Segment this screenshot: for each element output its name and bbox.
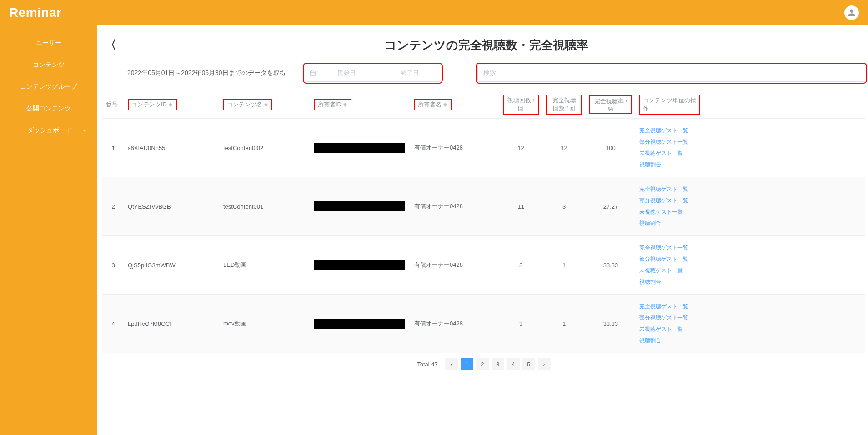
th-owner-id[interactable]: 所有者ID — [311, 99, 411, 110]
redacted-block — [314, 201, 405, 211]
link-view-ratio[interactable]: 視聴割合 — [639, 161, 700, 169]
pagination-page[interactable]: 2 — [476, 358, 489, 370]
th-views[interactable]: 視聴回数 / 回 — [499, 95, 542, 115]
cell-complete-views: 12 — [542, 145, 586, 151]
cell-operations: 完全視聴ゲスト一覧 部分視聴ゲスト一覧 未視聴ゲスト一覧 視聴割合 — [636, 244, 704, 286]
sort-icon — [169, 103, 173, 107]
cell-content-id: s6XIAU0Nn55L — [124, 145, 220, 151]
link-view-ratio[interactable]: 視聴割合 — [639, 337, 700, 345]
logo: Reminar — [9, 5, 62, 20]
link-full-view-guests[interactable]: 完全視聴ゲスト一覧 — [639, 244, 700, 252]
sidebar-item-content-groups[interactable]: コンテンツグループ — [0, 76, 97, 98]
th-content-name[interactable]: コンテンツ名 — [220, 99, 311, 110]
sidebar-item-label: ダッシュボード — [27, 126, 72, 135]
pagination: Total 47 ‹ 12345 › — [102, 353, 865, 372]
cell-owner-id — [311, 201, 411, 211]
cell-views: 12 — [499, 145, 542, 151]
cell-views: 3 — [499, 262, 542, 269]
cell-operations: 完全視聴ゲスト一覧 部分視聴ゲスト一覧 未視聴ゲスト一覧 視聴割合 — [636, 127, 704, 169]
sidebar: ユーザー コンテンツ コンテンツグループ 公開コンテンツ ダッシュボード — [0, 25, 97, 435]
redacted-block — [314, 319, 405, 329]
content-table: 番号 コンテンツID コンテンツ名 所有者ID 所有者名 視聴回数 / 回 完全… — [102, 91, 865, 353]
sort-icon — [343, 103, 348, 107]
cell-complete-views: 3 — [542, 203, 586, 210]
pagination-page[interactable]: 4 — [507, 358, 520, 370]
sidebar-item-public-contents[interactable]: 公開コンテンツ — [0, 98, 97, 120]
cell-content-name: LED動画 — [220, 261, 311, 269]
link-full-view-guests[interactable]: 完全視聴ゲスト一覧 — [639, 185, 700, 193]
page-title: コンテンツの完全視聴数・完全視聴率 — [126, 37, 847, 53]
sidebar-item-label: コンテンツグループ — [20, 83, 77, 91]
cell-content-id: QjS5p4G3mWBW — [124, 262, 220, 269]
cell-content-name: testContent001 — [220, 203, 311, 210]
cell-owner-name: 有償オーナー0428 — [411, 202, 499, 210]
search-input[interactable]: 検索 — [477, 65, 865, 82]
cell-complete-rate: 33.33 — [586, 262, 636, 269]
th-label: 完全視聴率 / % — [593, 97, 628, 112]
link-no-view-guests[interactable]: 未視聴ゲスト一覧 — [639, 150, 700, 157]
calendar-icon — [310, 70, 316, 76]
avatar[interactable] — [844, 5, 859, 20]
pagination-next[interactable]: › — [538, 358, 551, 370]
sidebar-item-users[interactable]: ユーザー — [0, 32, 97, 54]
sidebar-item-contents[interactable]: コンテンツ — [0, 54, 97, 76]
th-label: コンテンツ単位の操作 — [643, 96, 697, 113]
link-partial-view-guests[interactable]: 部分視聴ゲスト一覧 — [639, 197, 700, 205]
user-icon — [848, 9, 856, 17]
cell-content-id: Lp8HvO7M8OCF — [124, 320, 220, 327]
link-partial-view-guests[interactable]: 部分視聴ゲスト一覧 — [639, 138, 700, 146]
cell-content-name: mov動画 — [220, 320, 311, 328]
th-label: 視聴回数 / 回 — [507, 96, 535, 113]
sidebar-item-label: ユーザー — [36, 39, 61, 47]
redacted-block — [314, 260, 405, 270]
link-partial-view-guests[interactable]: 部分視聴ゲスト一覧 — [639, 255, 700, 263]
th-label: コンテンツID — [131, 100, 167, 109]
cell-owner-name: 有償オーナー0428 — [411, 320, 499, 328]
cell-complete-views: 1 — [542, 320, 586, 327]
th-label: コンテンツ名 — [227, 100, 262, 109]
th-index: 番号 — [102, 100, 124, 109]
th-label: 所有者名 — [418, 100, 442, 109]
th-label: 所有者ID — [318, 100, 341, 109]
cell-complete-rate: 33.33 — [586, 320, 636, 327]
th-content-id[interactable]: コンテンツID — [124, 99, 220, 110]
pagination-total: Total 47 — [417, 361, 438, 368]
th-complete-rate[interactable]: 完全視聴率 / % — [586, 95, 636, 114]
link-no-view-guests[interactable]: 未視聴ゲスト一覧 — [639, 208, 700, 216]
link-view-ratio[interactable]: 視聴割合 — [639, 220, 700, 227]
cell-owner-id — [311, 260, 411, 270]
cell-content-name: testContent002 — [220, 145, 311, 151]
pagination-page[interactable]: 1 — [461, 358, 473, 370]
cell-index: 4 — [102, 320, 124, 327]
cell-views: 3 — [499, 320, 542, 327]
cell-operations: 完全視聴ゲスト一覧 部分視聴ゲスト一覧 未視聴ゲスト一覧 視聴割合 — [636, 185, 704, 227]
link-full-view-guests[interactable]: 完全視聴ゲスト一覧 — [639, 303, 700, 310]
cell-owner-name: 有償オーナー0428 — [411, 261, 499, 269]
sort-icon — [443, 103, 448, 107]
sort-icon — [264, 103, 269, 107]
sidebar-item-label: コンテンツ — [33, 61, 65, 69]
cell-complete-views: 1 — [542, 262, 586, 269]
cell-complete-rate: 27.27 — [586, 203, 636, 210]
pagination-prev[interactable]: ‹ — [445, 358, 458, 370]
th-complete-views[interactable]: 完全視聴回数 / 回 — [542, 95, 586, 115]
th-owner-name[interactable]: 所有者名 — [411, 99, 499, 110]
pagination-page[interactable]: 3 — [492, 358, 504, 370]
cell-owner-id — [311, 319, 411, 329]
date-end-placeholder: 終了日 — [384, 69, 436, 77]
chevron-down-icon — [81, 127, 88, 134]
date-start-placeholder: 開始日 — [321, 69, 373, 77]
link-no-view-guests[interactable]: 未視聴ゲスト一覧 — [639, 267, 700, 275]
link-partial-view-guests[interactable]: 部分視聴ゲスト一覧 — [639, 314, 700, 322]
date-range-picker[interactable]: 開始日 - 終了日 — [305, 65, 441, 82]
cell-owner-id — [311, 143, 411, 153]
back-button[interactable]: 〈 — [104, 36, 117, 54]
th-label: 番号 — [106, 100, 118, 109]
pagination-page[interactable]: 5 — [522, 358, 535, 370]
link-view-ratio[interactable]: 視聴割合 — [639, 278, 700, 286]
sidebar-item-dashboard[interactable]: ダッシュボード — [0, 120, 97, 141]
link-no-view-guests[interactable]: 未視聴ゲスト一覧 — [639, 325, 700, 333]
cell-index: 1 — [102, 145, 124, 151]
link-full-view-guests[interactable]: 完全視聴ゲスト一覧 — [639, 127, 700, 135]
cell-owner-name: 有償オーナー0428 — [411, 144, 499, 152]
